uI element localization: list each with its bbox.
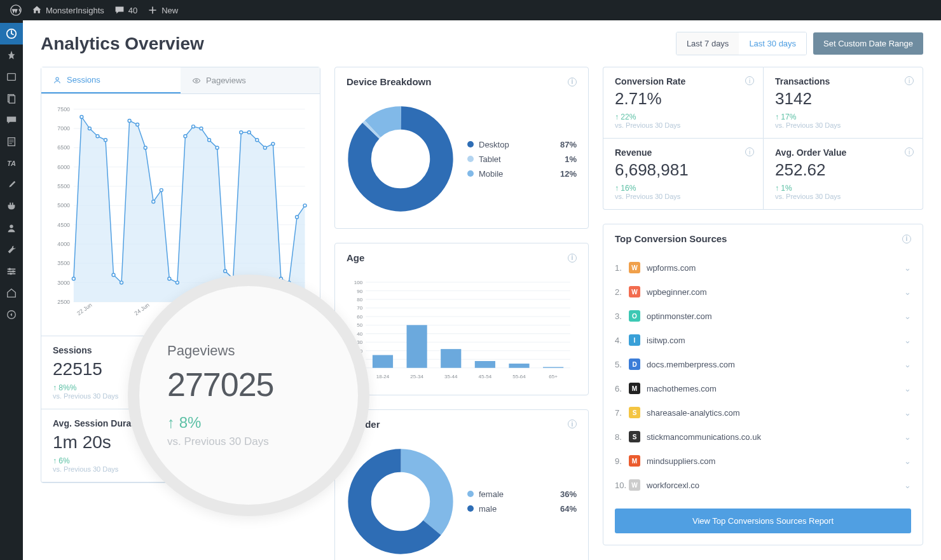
svg-point-50: [168, 277, 171, 280]
svg-text:60: 60: [357, 314, 362, 320]
chart-tab-sessions-label: Sessions: [67, 75, 100, 85]
source-row[interactable]: 10. W workforcexl.co ⌄: [603, 473, 923, 497]
info-icon[interactable]: i: [905, 147, 914, 156]
svg-point-14: [56, 77, 58, 79]
settings-icon: [6, 266, 17, 277]
sidebar-collapse[interactable]: [0, 304, 23, 325]
info-icon[interactable]: i: [568, 78, 577, 86]
site-name[interactable]: MonsterInsights: [27, 5, 109, 15]
top-sources-card: Top Conversion Sourcesi 1. W wpforms.com…: [603, 224, 923, 545]
info-icon[interactable]: i: [745, 76, 754, 85]
new-content[interactable]: New: [142, 5, 183, 15]
set-custom-range-button[interactable]: Set Custom Date Range: [813, 32, 923, 55]
svg-rect-103: [475, 361, 495, 368]
svg-point-44: [120, 281, 123, 284]
legend-item: Mobile12%: [467, 167, 577, 181]
source-favicon: W: [629, 286, 640, 297]
wordpress-icon: [10, 4, 22, 16]
wp-logo[interactable]: [5, 4, 27, 16]
sidebar-ta[interactable]: TA: [0, 153, 23, 174]
comments-icon: [6, 114, 17, 126]
pages-icon: [6, 93, 17, 104]
svg-point-54: [200, 127, 203, 130]
chart-tab-pageviews-label: Pageviews: [206, 76, 246, 85]
source-row[interactable]: 2. W wpbeginner.com ⌄: [603, 280, 923, 304]
source-row[interactable]: 9. M mindsuppliers.com ⌄: [603, 449, 923, 473]
source-name: workforcexl.co: [647, 481, 699, 490]
chart-tab-pageviews[interactable]: Pageviews: [181, 67, 320, 93]
info-icon[interactable]: i: [568, 420, 577, 428]
sidebar-pages[interactable]: [0, 88, 23, 109]
info-icon[interactable]: i: [905, 76, 914, 85]
info-icon[interactable]: i: [902, 235, 911, 243]
sidebar-appearance[interactable]: [0, 174, 23, 196]
comments-link[interactable]: 40: [109, 5, 142, 15]
tab-last-30-days[interactable]: Last 30 days: [739, 32, 806, 55]
home-icon: [32, 5, 42, 15]
info-icon[interactable]: i: [568, 254, 577, 263]
tab-last-7-days[interactable]: Last 7 days: [677, 32, 739, 55]
svg-point-41: [96, 135, 99, 138]
sidebar-comments[interactable]: [0, 109, 23, 131]
metrics-grid: Conversion Rate 2.71% ↑ 22% vs. Previous…: [603, 67, 923, 210]
chevron-down-icon: ⌄: [904, 384, 911, 393]
svg-point-10: [9, 268, 11, 271]
svg-text:3500: 3500: [57, 260, 70, 266]
svg-point-56: [216, 146, 219, 149]
source-name: stickmancommunications.co.uk: [647, 432, 761, 442]
zoom-label: Pageviews: [167, 343, 330, 359]
device-title: Device Breakdown: [347, 76, 431, 87]
chart-tab-sessions[interactable]: Sessions: [41, 67, 181, 93]
sidebar-misc[interactable]: [0, 282, 23, 304]
sources-list: 1. W wpforms.com ⌄ 2. W wpbeginner.com ⌄…: [603, 253, 923, 500]
wrench-icon: [6, 244, 17, 256]
svg-text:35-44: 35-44: [444, 374, 458, 379]
user-outline-icon: [53, 76, 62, 85]
svg-rect-101: [441, 349, 461, 368]
svg-point-110: [360, 460, 442, 542]
sidebar-tools[interactable]: [0, 239, 23, 261]
sidebar-insights[interactable]: [0, 23, 23, 44]
sidebar-settings[interactable]: [0, 261, 23, 282]
comments-count: 40: [128, 6, 137, 15]
source-name: wpbeginner.com: [647, 287, 707, 297]
source-name: isitwp.com: [647, 336, 685, 345]
source-row[interactable]: 7. S shareasale-analytics.com ⌄: [603, 400, 923, 425]
svg-text:65+: 65+: [549, 374, 558, 379]
view-report-button[interactable]: View Top Conversions Sources Report: [615, 509, 911, 533]
pageviews-zoom-lens: Pageviews 277025 ↑ 8% vs. Previous 30 Da…: [128, 275, 369, 516]
source-name: docs.memberpress.com: [647, 360, 735, 369]
source-row[interactable]: 6. M machothemes.com ⌄: [603, 376, 923, 400]
svg-text:25-34: 25-34: [410, 374, 423, 379]
sidebar-plugins[interactable]: [0, 196, 23, 217]
ta-icon: TA: [7, 160, 16, 167]
chevron-down-icon: ⌄: [904, 481, 911, 490]
sidebar-users[interactable]: [0, 217, 23, 239]
source-row[interactable]: 5. D docs.memberpress.com ⌄: [603, 352, 923, 376]
source-row[interactable]: 8. S stickmancommunications.co.uk ⌄: [603, 425, 923, 449]
svg-point-74: [360, 118, 442, 200]
svg-text:3000: 3000: [57, 280, 70, 286]
zoom-change: ↑ 8%: [167, 414, 330, 432]
source-row[interactable]: 1. W wpforms.com ⌄: [603, 256, 923, 280]
svg-rect-107: [543, 367, 563, 367]
chevron-down-icon: ⌄: [904, 336, 911, 345]
metric-transactions: Transactions 3142 ↑ 17% vs. Previous 30 …: [763, 67, 923, 139]
svg-text:100: 100: [354, 280, 363, 285]
sidebar-pin[interactable]: [0, 44, 23, 66]
source-row[interactable]: 3. O optinmonster.com ⌄: [603, 304, 923, 328]
age-title: Age: [347, 252, 364, 263]
svg-rect-99: [407, 325, 427, 367]
svg-point-46: [136, 123, 139, 126]
sidebar-media[interactable]: [0, 66, 23, 88]
svg-point-62: [263, 146, 266, 149]
info-icon[interactable]: i: [745, 147, 754, 156]
source-name: wpforms.com: [647, 263, 696, 273]
source-row[interactable]: 4. I isitwp.com ⌄: [603, 328, 923, 352]
sidebar-forms[interactable]: [0, 131, 23, 153]
svg-point-63: [271, 142, 275, 146]
gender-card: Genderi female36%male64%: [334, 409, 589, 560]
svg-point-47: [144, 146, 147, 149]
device-donut-chart: [347, 105, 455, 213]
age-bar-chart: 010203040506070809010018-2425-3435-4445-…: [335, 272, 588, 395]
